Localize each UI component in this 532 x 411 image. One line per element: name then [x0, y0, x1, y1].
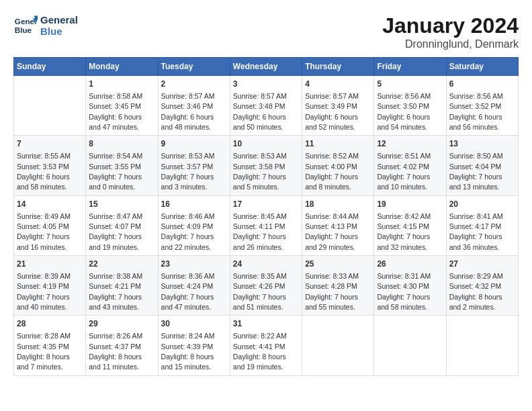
calendar-cell: 2 Sunrise: 8:57 AM Sunset: 3:46 PM Dayli…	[158, 76, 230, 136]
sunrise-info: Sunrise: 8:45 AM	[233, 212, 287, 220]
sunset-info: Sunset: 4:13 PM	[305, 222, 357, 230]
sunrise-info: Sunrise: 8:47 AM	[89, 212, 142, 220]
day-number: 1	[89, 79, 154, 90]
sunset-info: Sunset: 3:48 PM	[233, 102, 285, 110]
day-number: 5	[377, 79, 443, 90]
sunset-info: Sunset: 4:05 PM	[17, 222, 69, 230]
sunrise-info: Sunrise: 8:41 AM	[449, 212, 503, 220]
calendar-cell: 6 Sunrise: 8:56 AM Sunset: 3:52 PM Dayli…	[446, 76, 518, 136]
sunset-info: Sunset: 4:24 PM	[161, 282, 214, 290]
sunrise-info: Sunrise: 8:56 AM	[449, 92, 503, 100]
sunset-info: Sunset: 4:30 PM	[377, 282, 429, 290]
daylight-info: Daylight: 7 hours and 19 minutes.	[89, 232, 142, 250]
calendar-cell: 26 Sunrise: 8:31 AM Sunset: 4:30 PM Dayl…	[374, 256, 446, 316]
daylight-info: Daylight: 6 hours and 56 minutes.	[449, 113, 502, 131]
daylight-info: Daylight: 7 hours and 55 minutes.	[305, 293, 358, 311]
calendar-cell: 3 Sunrise: 8:57 AM Sunset: 3:48 PM Dayli…	[230, 76, 302, 136]
logo: General Blue General Blue	[13, 13, 78, 38]
day-number: 18	[305, 199, 371, 210]
calendar-week-row: 14 Sunrise: 8:49 AM Sunset: 4:05 PM Dayl…	[14, 195, 519, 255]
sunset-info: Sunset: 3:52 PM	[449, 102, 502, 110]
sunrise-info: Sunrise: 8:57 AM	[233, 92, 287, 100]
sunset-info: Sunset: 4:11 PM	[233, 222, 285, 230]
calendar-cell: 15 Sunrise: 8:47 AM Sunset: 4:07 PM Dayl…	[86, 195, 158, 255]
sunset-info: Sunset: 3:53 PM	[17, 163, 69, 171]
daylight-info: Daylight: 6 hours and 50 minutes.	[233, 113, 286, 131]
sunset-info: Sunset: 4:00 PM	[305, 163, 357, 171]
daylight-info: Daylight: 6 hours and 54 minutes.	[377, 113, 430, 131]
daylight-info: Daylight: 7 hours and 47 minutes.	[161, 293, 214, 311]
sunrise-info: Sunrise: 8:38 AM	[89, 272, 142, 280]
calendar-cell: 7 Sunrise: 8:55 AM Sunset: 3:53 PM Dayli…	[14, 136, 86, 195]
sunset-info: Sunset: 4:21 PM	[89, 282, 141, 290]
daylight-info: Daylight: 8 hours and 19 minutes.	[233, 353, 286, 371]
sunset-info: Sunset: 4:15 PM	[377, 222, 429, 230]
sunrise-info: Sunrise: 8:33 AM	[305, 272, 359, 280]
col-wednesday: Wednesday	[230, 58, 302, 76]
sunset-info: Sunset: 3:58 PM	[233, 163, 285, 171]
day-number: 16	[161, 199, 227, 210]
day-number: 13	[449, 138, 515, 150]
sunset-info: Sunset: 4:35 PM	[17, 342, 69, 351]
daylight-info: Daylight: 7 hours and 29 minutes.	[305, 232, 358, 250]
sunset-info: Sunset: 4:17 PM	[449, 222, 502, 230]
day-number: 25	[305, 259, 371, 270]
calendar-body: 1 Sunrise: 8:58 AM Sunset: 3:45 PM Dayli…	[14, 76, 519, 376]
calendar-cell	[302, 316, 374, 375]
calendar-cell: 27 Sunrise: 8:29 AM Sunset: 4:32 PM Dayl…	[446, 256, 518, 316]
sunrise-info: Sunrise: 8:51 AM	[377, 152, 431, 160]
calendar-cell: 31 Sunrise: 8:22 AM Sunset: 4:41 PM Dayl…	[230, 316, 302, 375]
calendar-cell: 23 Sunrise: 8:36 AM Sunset: 4:24 PM Dayl…	[158, 256, 230, 316]
page-subtitle: Dronninglund, Denmark	[382, 38, 519, 50]
sunset-info: Sunset: 4:41 PM	[233, 342, 285, 351]
calendar-cell: 13 Sunrise: 8:50 AM Sunset: 4:04 PM Dayl…	[446, 136, 518, 195]
calendar-week-row: 7 Sunrise: 8:55 AM Sunset: 3:53 PM Dayli…	[14, 136, 519, 195]
sunset-info: Sunset: 3:49 PM	[305, 102, 357, 110]
col-sunday: Sunday	[14, 58, 86, 76]
calendar-cell: 20 Sunrise: 8:41 AM Sunset: 4:17 PM Dayl…	[446, 195, 518, 255]
day-number: 26	[377, 259, 443, 270]
daylight-info: Daylight: 8 hours and 15 minutes.	[161, 353, 214, 371]
daylight-info: Daylight: 8 hours and 2 minutes.	[449, 293, 502, 311]
daylight-info: Daylight: 7 hours and 58 minutes.	[377, 293, 430, 311]
daylight-info: Daylight: 7 hours and 10 minutes.	[377, 173, 430, 191]
page-title: January 2024	[382, 13, 519, 38]
calendar-cell: 9 Sunrise: 8:53 AM Sunset: 3:57 PM Dayli…	[158, 136, 230, 195]
sunset-info: Sunset: 3:45 PM	[89, 102, 141, 110]
sunrise-info: Sunrise: 8:56 AM	[377, 92, 431, 100]
page-header: General Blue General Blue January 2024 D…	[13, 13, 519, 50]
day-number: 29	[89, 318, 154, 330]
daylight-info: Daylight: 8 hours and 11 minutes.	[89, 353, 142, 371]
sunrise-info: Sunrise: 8:53 AM	[233, 152, 287, 160]
daylight-info: Daylight: 6 hours and 48 minutes.	[161, 113, 214, 131]
calendar-cell: 25 Sunrise: 8:33 AM Sunset: 4:28 PM Dayl…	[302, 256, 374, 316]
calendar-cell: 14 Sunrise: 8:49 AM Sunset: 4:05 PM Dayl…	[14, 195, 86, 255]
svg-text:Blue: Blue	[15, 26, 32, 34]
calendar-cell: 8 Sunrise: 8:54 AM Sunset: 3:55 PM Dayli…	[86, 136, 158, 195]
calendar-header: Sunday Monday Tuesday Wednesday Thursday…	[14, 58, 519, 76]
daylight-info: Daylight: 6 hours and 47 minutes.	[89, 113, 142, 131]
logo-text-line1: General	[40, 14, 78, 26]
sunset-info: Sunset: 4:32 PM	[449, 282, 502, 290]
sunrise-info: Sunrise: 8:31 AM	[377, 272, 431, 280]
day-number: 9	[161, 138, 227, 150]
sunset-info: Sunset: 4:04 PM	[449, 163, 502, 171]
day-number: 11	[305, 138, 371, 150]
sunrise-info: Sunrise: 8:57 AM	[305, 92, 359, 100]
sunrise-info: Sunrise: 8:58 AM	[89, 92, 142, 100]
sunrise-info: Sunrise: 8:55 AM	[17, 152, 71, 160]
day-number: 31	[233, 318, 299, 330]
daylight-info: Daylight: 7 hours and 26 minutes.	[233, 232, 286, 250]
calendar-cell: 11 Sunrise: 8:52 AM Sunset: 4:00 PM Dayl…	[302, 136, 374, 195]
daylight-info: Daylight: 7 hours and 36 minutes.	[449, 232, 502, 250]
calendar-cell: 29 Sunrise: 8:26 AM Sunset: 4:37 PM Dayl…	[86, 316, 158, 375]
sunset-info: Sunset: 4:19 PM	[17, 282, 69, 290]
calendar-cell	[374, 316, 446, 375]
daylight-info: Daylight: 6 hours and 58 minutes.	[17, 173, 70, 191]
daylight-info: Daylight: 8 hours and 7 minutes.	[17, 353, 70, 371]
sunrise-info: Sunrise: 8:28 AM	[17, 332, 71, 340]
calendar-cell: 12 Sunrise: 8:51 AM Sunset: 4:02 PM Dayl…	[374, 136, 446, 195]
sunset-info: Sunset: 4:26 PM	[233, 282, 285, 290]
day-number: 27	[449, 259, 515, 270]
logo-text-line2: Blue	[40, 26, 78, 37]
